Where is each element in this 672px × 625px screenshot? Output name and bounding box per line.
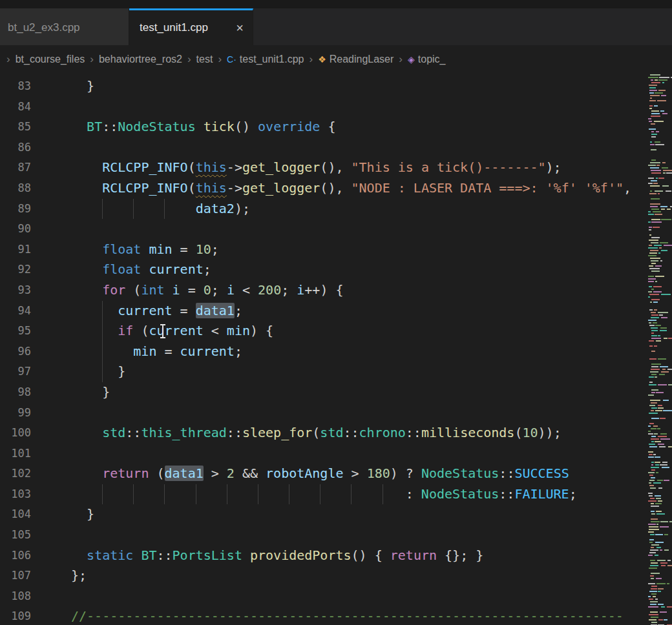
breadcrumb-label: topic_ [418,54,446,65]
line-number[interactable]: 90 [0,219,40,240]
line-number[interactable]: 96 [0,342,40,362]
indent-guide [320,484,320,505]
line-content[interactable]: } [71,382,110,403]
line-number[interactable]: 102 [0,464,40,484]
breadcrumb-item-readinglaser[interactable]: ❖ReadingLaser [318,54,394,65]
code-line[interactable]: 102 return (data1 > 2 && robotAngle > 18… [0,464,672,484]
code-line[interactable]: 84 [0,97,672,118]
line-number[interactable]: 94 [0,301,40,322]
line-number[interactable]: 87 [0,158,40,178]
code-line[interactable]: 94 current = data1; [0,301,672,322]
code-editor[interactable]: 83 }8485 BT::NodeStatus tick() override … [0,74,672,625]
line-content[interactable]: RCLCPP_INFO(this->get_logger(), "NODE : … [71,178,631,199]
line-number[interactable]: 107 [0,566,40,586]
line-content[interactable]: RCLCPP_INFO(this->get_logger(), "This is… [71,158,562,178]
code-line[interactable]: 109//-----------------------------------… [0,606,672,625]
line-content[interactable]: } [71,362,125,382]
line-content[interactable]: current = data1; [71,301,242,322]
code-line[interactable]: 90 [0,219,672,240]
code-line[interactable]: 101 [0,444,672,464]
code-line[interactable]: 96 min = current; [0,342,672,362]
line-content[interactable]: float current; [71,260,211,280]
line-content[interactable]: //--------------------------------------… [71,606,624,625]
breadcrumb-label: test_unit1.cpp [240,54,304,65]
line-number[interactable]: 99 [0,403,40,424]
line-number[interactable]: 104 [0,504,40,525]
line-content[interactable]: static BT::PortsList providedPorts() { r… [71,546,483,566]
breadcrumb-item-test[interactable]: test [196,54,213,65]
line-content[interactable]: } [71,504,94,525]
line-number[interactable]: 109 [0,606,40,625]
line-number[interactable]: 108 [0,586,40,607]
vscode-window: { "colors": { "accent": "#1f9cf0", "edit… [0,0,672,625]
code-line[interactable]: 104 } [0,504,672,525]
line-number[interactable]: 97 [0,362,40,382]
breadcrumb-item-bt-course-files[interactable]: bt_course_files [16,54,85,65]
line-number[interactable]: 91 [0,240,40,260]
line-content[interactable]: } [71,76,94,97]
indent-guide [102,321,103,342]
line-number[interactable]: 92 [0,260,40,280]
minimap[interactable] [648,74,672,625]
code-line[interactable]: 86 [0,138,672,158]
line-number[interactable]: 85 [0,117,40,138]
line-content[interactable]: if (current < min) { [71,321,273,342]
line-number[interactable]: 83 [0,76,40,97]
chevron-right-icon: › [90,53,94,66]
breadcrumb-item-test-unit1-cpp[interactable]: C·test_unit1.cpp [227,54,304,65]
line-number[interactable]: 105 [0,525,40,546]
line-content[interactable]: }; [71,566,87,586]
tab-bt_u2_ex3.cpp[interactable]: bt_u2_ex3.cpp [0,8,129,45]
line-number[interactable]: 88 [0,178,40,199]
breadcrumb: ›bt_course_files›behaviortree_ros2›test›… [0,45,672,74]
breadcrumb-item-topic-[interactable]: ◈topic_ [408,54,445,65]
code-line[interactable]: 105 [0,525,672,546]
indent-guide [164,484,165,505]
line-number[interactable]: 95 [0,321,40,342]
line-number[interactable]: 100 [0,423,40,444]
code-line[interactable]: 95 if (current < min) { [0,321,672,342]
code-line[interactable]: 87 RCLCPP_INFO(this->get_logger(), "This… [0,158,672,178]
code-line[interactable]: 103 : NodeStatus::FAILURE; [0,484,672,505]
breadcrumb-label: test [196,54,213,65]
indent-guide [102,484,103,505]
indent-guide [102,199,103,220]
chevron-right-icon: › [187,53,191,66]
indent-guide [383,484,383,505]
breadcrumb-label: bt_course_files [16,54,85,65]
line-number[interactable]: 84 [0,97,40,118]
line-content[interactable]: for (int i = 0; i < 200; i++) { [71,280,344,301]
line-number[interactable]: 98 [0,382,40,403]
line-number[interactable]: 106 [0,546,40,566]
code-line[interactable]: 88 RCLCPP_INFO(this->get_logger(), "NODE… [0,178,672,199]
line-number[interactable]: 86 [0,138,40,158]
code-line[interactable]: 106 static BT::PortsList providedPorts()… [0,546,672,566]
tab-test_unit1.cpp[interactable]: test_unit1.cpp× [129,8,253,45]
code-line[interactable]: 100 std::this_thread::sleep_for(std::chr… [0,423,672,444]
code-line[interactable]: 83 } [0,76,672,97]
line-content[interactable]: return (data1 > 2 && robotAngle > 180) ?… [71,464,569,484]
line-number[interactable]: 101 [0,444,40,464]
line-content[interactable]: min = current; [71,342,242,362]
code-line[interactable]: 107}; [0,566,672,586]
code-line[interactable]: 93 for (int i = 0; i < 200; i++) { [0,280,672,301]
code-line[interactable]: 97 } [0,362,672,382]
line-number[interactable]: 93 [0,280,40,301]
code-line[interactable]: 85 BT::NodeStatus tick() override { [0,117,672,138]
breadcrumb-item-behaviortree-ros2[interactable]: behaviortree_ros2 [99,54,182,65]
code-line[interactable]: 92 float current; [0,260,672,280]
code-line[interactable]: 89 data2); [0,199,672,220]
line-number[interactable]: 103 [0,484,40,505]
line-content[interactable]: BT::NodeStatus tick() override { [71,117,335,138]
line-number[interactable]: 89 [0,199,40,220]
code-line[interactable]: 108 [0,586,672,607]
breadcrumb-label: ReadingLaser [330,54,394,65]
line-content[interactable]: std::this_thread::sleep_for(std::chrono:… [71,423,562,444]
code-line[interactable]: 91 float min = 10; [0,240,672,260]
line-content[interactable]: float min = 10; [71,240,219,260]
code-line[interactable]: 99 [0,403,672,424]
line-content[interactable]: : NodeStatus::FAILURE; [71,484,577,505]
code-line[interactable]: 98 } [0,382,672,403]
close-tab-icon[interactable]: × [236,21,244,34]
line-content[interactable]: data2); [71,199,250,220]
